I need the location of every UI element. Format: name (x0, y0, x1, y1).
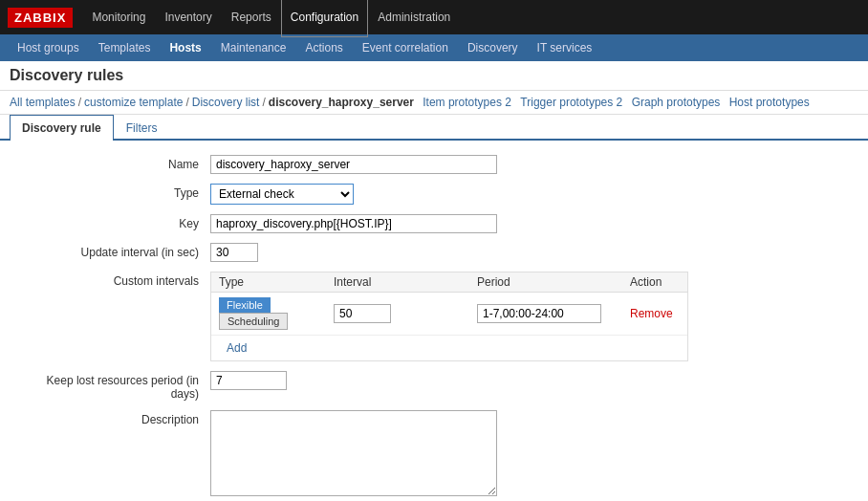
breadcrumb-item-prototypes[interactable]: Item prototypes 2 (423, 96, 511, 109)
subnav-actions[interactable]: Actions (295, 34, 352, 61)
description-control (210, 410, 849, 499)
ci-add-row: Add (211, 336, 687, 360)
main-content: Name Type External check Zabbix agent SN… (0, 141, 868, 501)
subnav-discovery[interactable]: Discovery (458, 34, 528, 61)
tab-discovery-rule[interactable]: Discovery rule (10, 115, 114, 141)
keep-lost-row: Keep lost resources period (in days) (19, 371, 849, 401)
subnav-it-services[interactable]: IT services (528, 34, 602, 61)
ci-action-cell: Remove (622, 305, 687, 322)
nav-reports[interactable]: Reports (222, 0, 281, 34)
breadcrumb-trigger-prototypes[interactable]: Trigger prototypes 2 (520, 96, 622, 109)
page-header: Discovery rules (0, 61, 868, 91)
custom-intervals-table: Type Interval Period Action Flexible Sch… (210, 272, 688, 361)
ci-remove-link[interactable]: Remove (630, 307, 673, 320)
name-row: Name (19, 155, 849, 174)
ci-period-cell (469, 302, 622, 325)
breadcrumb-current: discovery_haproxy_server (269, 96, 414, 109)
subnav-templates[interactable]: Templates (89, 34, 161, 61)
key-input[interactable] (210, 214, 497, 233)
breadcrumb: All templates / customize template / Dis… (0, 91, 868, 115)
subnav-host-groups[interactable]: Host groups (8, 34, 89, 61)
type-row: Type External check Zabbix agent SNMP v1… (19, 184, 849, 205)
custom-intervals-control: Type Interval Period Action Flexible Sch… (210, 272, 849, 361)
nav-configuration[interactable]: Configuration (281, 0, 368, 37)
ci-interval-input[interactable] (334, 304, 391, 323)
breadcrumb-all-templates[interactable]: All templates (10, 96, 76, 109)
ci-add-link[interactable]: Add (219, 338, 680, 358)
name-label: Name (19, 155, 210, 171)
nav-administration[interactable]: Administration (368, 0, 460, 34)
keep-lost-input[interactable] (210, 371, 287, 390)
logo: ZABBIX (8, 8, 73, 28)
type-control: External check Zabbix agent SNMP v1 agen… (210, 184, 849, 205)
update-interval-label: Update interval (in sec) (19, 243, 210, 259)
type-select[interactable]: External check Zabbix agent SNMP v1 agen… (210, 184, 354, 205)
tab-filters[interactable]: Filters (114, 115, 170, 141)
breadcrumb-host-prototypes[interactable]: Host prototypes (729, 96, 810, 109)
name-input[interactable] (210, 155, 497, 174)
ci-col-action: Action (622, 272, 687, 292)
breadcrumb-sep-6 (625, 96, 628, 109)
description-label: Description (19, 410, 210, 426)
scheduling-button[interactable]: Scheduling (219, 313, 288, 330)
breadcrumb-discovery-list[interactable]: Discovery list (192, 96, 260, 109)
breadcrumb-sep-4 (417, 96, 420, 109)
ci-interval-cell (326, 302, 469, 325)
ci-period-input[interactable] (477, 304, 601, 323)
key-row: Key (19, 214, 849, 233)
keep-lost-label: Keep lost resources period (in days) (19, 371, 210, 401)
breadcrumb-sep-5 (514, 96, 517, 109)
update-interval-input[interactable] (210, 243, 258, 262)
keep-lost-control (210, 371, 849, 390)
type-label: Type (19, 184, 210, 200)
key-control (210, 214, 849, 233)
ci-header: Type Interval Period Action (211, 272, 687, 293)
update-interval-row: Update interval (in sec) (19, 243, 849, 262)
breadcrumb-sep-1: / (78, 96, 81, 109)
ci-col-type: Type (211, 272, 326, 292)
ci-col-period: Period (469, 272, 622, 292)
top-nav: ZABBIX Monitoring Inventory Reports Conf… (0, 0, 868, 34)
description-row: Description (19, 410, 849, 499)
key-label: Key (19, 214, 210, 230)
subnav-hosts[interactable]: Hosts (160, 34, 210, 61)
tab-bar: Discovery rule Filters (0, 115, 868, 141)
custom-intervals-row: Custom intervals Type Interval Period Ac… (19, 272, 849, 361)
ci-row-1: Flexible Scheduling Remove (211, 293, 687, 336)
page-title: Discovery rules (10, 67, 858, 84)
ci-type-cell: Flexible Scheduling (211, 295, 326, 332)
update-interval-control (210, 243, 849, 262)
custom-intervals-label: Custom intervals (19, 272, 210, 288)
breadcrumb-sep-3: / (262, 96, 265, 109)
sub-nav: Host groups Templates Hosts Maintenance … (0, 34, 868, 61)
ci-col-interval: Interval (326, 272, 469, 292)
description-textarea[interactable] (210, 410, 497, 496)
nav-monitoring[interactable]: Monitoring (82, 0, 155, 34)
flexible-button[interactable]: Flexible (219, 297, 271, 313)
breadcrumb-graph-prototypes[interactable]: Graph prototypes (632, 96, 721, 109)
breadcrumb-sep-7 (723, 96, 726, 109)
subnav-maintenance[interactable]: Maintenance (211, 34, 296, 61)
name-control (210, 155, 849, 174)
breadcrumb-sep-2: / (185, 96, 188, 109)
nav-inventory[interactable]: Inventory (155, 0, 221, 34)
subnav-event-correlation[interactable]: Event correlation (353, 34, 458, 61)
breadcrumb-customize-template[interactable]: customize template (84, 96, 183, 109)
